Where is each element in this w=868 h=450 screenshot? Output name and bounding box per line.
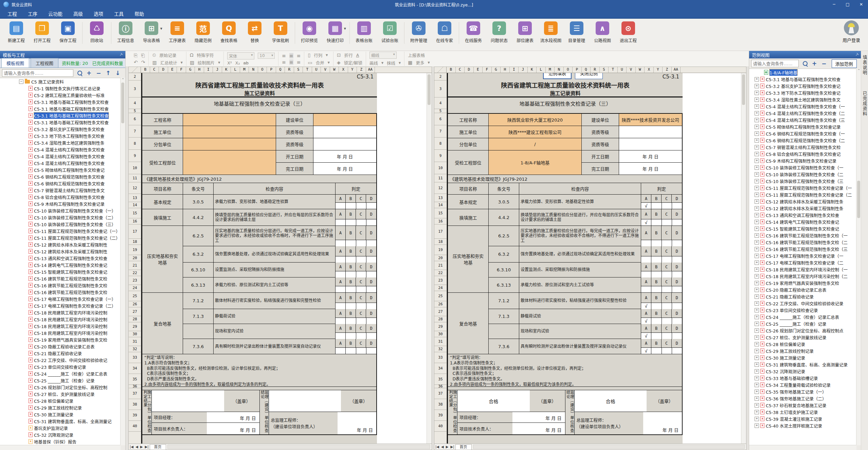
tree-item[interactable]: +xC5-28 桩位偏差记录 [749, 341, 856, 347]
judge-mark[interactable] [336, 219, 346, 226]
column-header[interactable]: I [510, 67, 519, 73]
row-header[interactable]: 29 [434, 322, 447, 331]
info-value[interactable] [183, 138, 276, 150]
column-header[interactable]: L [231, 67, 240, 73]
column-header[interactable]: Y [348, 67, 357, 73]
judge-mark[interactable] [336, 203, 346, 209]
info-value[interactable] [313, 126, 376, 138]
judge-mark[interactable] [356, 318, 366, 324]
judge-mark[interactable] [366, 240, 376, 246]
column-header[interactable]: Z [663, 67, 672, 73]
row-header[interactable]: 16 [129, 218, 141, 224]
row-header[interactable]: 6 [129, 113, 141, 125]
tree-item[interactable]: xC5-10 装饰装修工程强制性条文检查（二） [0, 214, 121, 221]
expander-icon[interactable]: + [755, 281, 759, 285]
row-header[interactable]: 30 [434, 331, 447, 337]
expander-icon[interactable]: + [755, 390, 759, 394]
tree-item[interactable]: xC5-7 钢管混凝土结构工程强制性条文 [0, 187, 121, 194]
judge-letter[interactable]: D [366, 226, 376, 240]
row-header[interactable]: 10 [129, 162, 141, 174]
tree-item[interactable]: x地基普探（钎探）报告 [0, 438, 121, 445]
judge-mark[interactable]: √ [641, 203, 651, 209]
judge-letter[interactable]: B [346, 277, 356, 286]
row-header[interactable]: 25 [129, 291, 141, 301]
clause-row[interactable]: 6.3.13承载力检验、原位测试和室内土工试验等ABCD [489, 277, 682, 292]
example-tree-hscrollbar[interactable] [749, 445, 856, 450]
column-header[interactable]: N [555, 67, 564, 73]
tab-template-view[interactable]: 模板视图 [1, 58, 29, 68]
column-header[interactable]: S [600, 67, 609, 73]
row-header[interactable]: 21 [434, 261, 447, 270]
user-avatar[interactable] [844, 20, 859, 35]
tree-item[interactable]: +xC5-14 建筑电气工程强制性条文检查记 [749, 218, 856, 225]
tree-item[interactable]: +xC5-5 砌体结构工程强制性条文检查记录 [749, 123, 856, 130]
judge-mark[interactable] [651, 271, 662, 277]
judge-mark[interactable] [336, 318, 346, 324]
row-header[interactable]: 18 [434, 239, 447, 245]
row-header[interactable]: 4 [129, 97, 141, 109]
tree-item[interactable]: xC5-3.3 地下防水工程强制性条文检查 [0, 132, 121, 139]
judge-letter[interactable]: C [662, 309, 672, 318]
next-icon[interactable]: ↓ [115, 70, 120, 76]
column-header[interactable]: V [321, 67, 330, 73]
judge-letter[interactable]: D [672, 324, 682, 333]
align-left-icon[interactable]: ≡ [282, 59, 286, 65]
快速打印-button[interactable]: ▦▼快速打印 [323, 21, 348, 43]
date-value[interactable]: 年 月 日 [313, 163, 376, 175]
judge-mark[interactable] [641, 240, 651, 246]
tree-item[interactable]: xC5-3.4 湿陷性黄土地区建筑强制性条 [0, 139, 121, 146]
collapse-icon[interactable]: − [821, 60, 826, 67]
row-header[interactable]: 2 [129, 73, 141, 80]
judge-letter[interactable]: B [651, 226, 662, 240]
tree-item[interactable]: xC5-9 木结构工程强制性条文检查记录 [0, 200, 121, 207]
tree-item[interactable]: xC5-24 ______施工（检查）记录汇总表 [0, 370, 121, 377]
summary-stats-button[interactable]: 汇总统计 [160, 59, 177, 66]
judge-mark[interactable] [641, 256, 651, 263]
judge-letter[interactable]: B [346, 324, 356, 333]
wrap-button[interactable]: 折行 [344, 52, 353, 58]
judge-letter[interactable]: C [356, 309, 366, 318]
judge-mark[interactable] [641, 271, 651, 277]
row-header[interactable]: 9 [129, 150, 141, 162]
保存工程-button[interactable]: ▣保存工程 [55, 21, 80, 43]
expander-icon[interactable]: + [755, 97, 759, 102]
tree-item[interactable]: +xC5-35 强夯地基施工记录（一） [749, 388, 856, 395]
tree-item[interactable]: +xC5-39 混凝土灌注桩施工记录 [749, 415, 856, 422]
judge-mark[interactable] [366, 203, 376, 209]
expander-icon[interactable]: + [755, 349, 759, 353]
judge-mark[interactable] [662, 318, 672, 324]
clause-row[interactable]: 7.1.2散体材料进行密实度检验，粘结强度进行强度和完整性检验ABCD√ [489, 293, 682, 309]
judge-mark[interactable] [651, 303, 662, 309]
row-header[interactable]: 9 [434, 150, 447, 162]
sheet-nav-button[interactable]: ▶ [445, 445, 450, 449]
rowcol-button[interactable]: 行列 [314, 52, 322, 58]
judge-letter[interactable]: D [672, 209, 682, 219]
collapse-icon[interactable]: − [96, 70, 101, 76]
tree-item[interactable]: xC5-18 民用建筑工程室内环境污染控制 [0, 316, 121, 323]
row-header[interactable]: 28 [129, 316, 141, 322]
judge-mark[interactable] [336, 271, 346, 277]
row-header[interactable]: 40 [129, 421, 141, 432]
tree-item[interactable]: +xC5-31 建筑物垂直度、标高、全高测量记录 [749, 361, 856, 368]
judge-letter[interactable]: B [346, 293, 356, 303]
tree-item[interactable]: xC5-15 智能建筑工程强制性条文检查记 [0, 268, 121, 275]
sheet-tab[interactable]: 首页 [455, 444, 472, 450]
info-value[interactable] [619, 126, 682, 138]
panel-hscrollbar[interactable] [167, 445, 430, 449]
tree-item[interactable]: xC5-21 隐蔽工程验收记录 [0, 350, 121, 357]
tree-item[interactable]: xC5-31 建筑物垂直度、标高、全高测量记 [0, 418, 121, 425]
minimize-button[interactable]: ─ [827, 0, 841, 9]
judge-mark[interactable] [346, 303, 356, 309]
在线专家-button[interactable]: ☖在线专家 [432, 21, 457, 43]
row-header[interactable]: 40 [434, 421, 447, 432]
judge-mark[interactable] [672, 348, 682, 354]
row-header[interactable]: 16 [434, 218, 447, 224]
sign-result[interactable]: 合格 [575, 390, 647, 412]
expander-icon[interactable]: + [755, 233, 759, 238]
judge-letter[interactable]: A [336, 277, 346, 286]
judge-mark[interactable] [651, 203, 662, 209]
judge-letter[interactable]: D [672, 339, 682, 348]
judge-mark[interactable] [672, 271, 682, 277]
row-header[interactable]: 38 [434, 399, 447, 410]
sheet-nav-button[interactable]: |◀ [129, 445, 134, 449]
